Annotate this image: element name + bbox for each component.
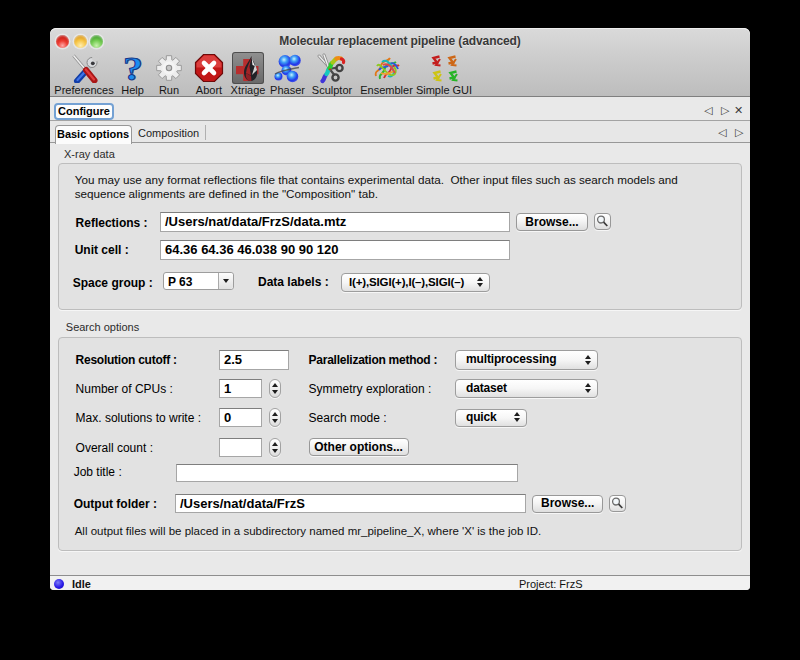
svg-text:?: ? [122,53,142,83]
